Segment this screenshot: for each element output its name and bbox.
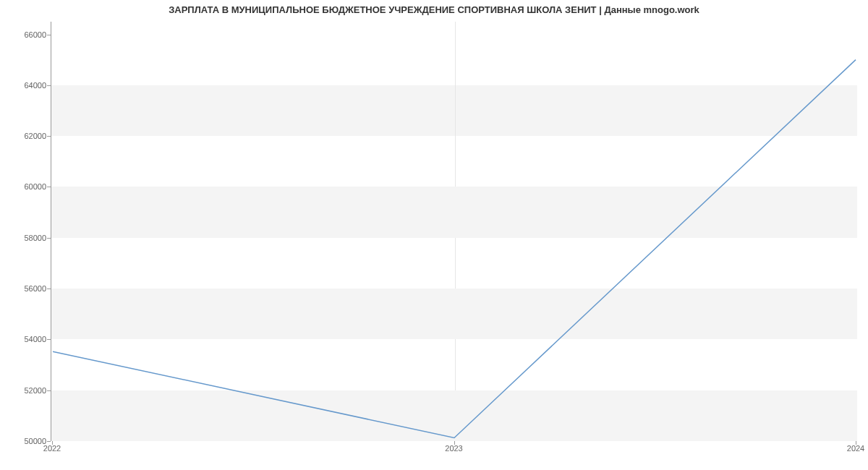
y-tick-mark [47, 136, 51, 137]
y-tick-mark [47, 85, 51, 86]
chart-title: ЗАРПЛАТА В МУНИЦИПАЛЬНОЕ БЮДЖЕТНОЕ УЧРЕЖ… [0, 4, 868, 15]
x-tick-label: 2024 [847, 444, 864, 453]
y-tick-mark [47, 238, 51, 239]
data-line [53, 60, 856, 438]
y-tick-label: 54000 [6, 335, 46, 343]
y-tick-mark [47, 339, 51, 340]
plot-area [51, 22, 857, 441]
y-tick-label: 56000 [6, 284, 46, 293]
y-tick-label: 60000 [6, 182, 46, 191]
y-tick-mark [47, 390, 51, 391]
y-tick-label: 50000 [6, 437, 46, 445]
y-tick-label: 62000 [6, 132, 46, 140]
y-tick-label: 66000 [6, 30, 46, 39]
y-tick-label: 58000 [6, 234, 46, 242]
y-tick-label: 64000 [6, 81, 46, 90]
y-tick-mark [47, 289, 51, 289]
line-series [51, 22, 857, 440]
y-tick-mark [47, 187, 51, 187]
y-tick-label: 52000 [6, 386, 46, 395]
chart-container: ЗАРПЛАТА В МУНИЦИПАЛЬНОЕ БЮДЖЕТНОЕ УЧРЕЖ… [0, 0, 868, 470]
y-tick-mark [47, 441, 51, 442]
y-tick-mark [47, 35, 51, 35]
x-tick-label: 2023 [445, 444, 462, 453]
